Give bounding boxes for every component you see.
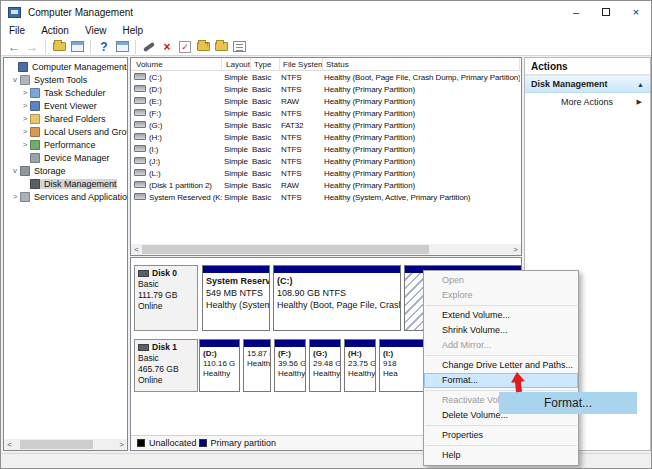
table-cell: Simple	[224, 108, 251, 120]
partition-name: (D:)	[203, 349, 236, 359]
table-cell: Healthy (Primary Partition)	[324, 156, 520, 168]
delete-icon[interactable]: ×	[158, 39, 176, 55]
actions-group-disk-management[interactable]: Disk Management ▲	[525, 75, 650, 93]
menu-item-format[interactable]: Format...	[424, 373, 578, 388]
table-cell: NTFS	[281, 144, 323, 156]
tree-h-scrollbar[interactable]: <>	[4, 439, 127, 450]
tree-expander-icon[interactable]: v	[10, 166, 20, 175]
tree-item-label: Computer Management (Local	[32, 62, 127, 72]
volume-h-scrollbar[interactable]: <>	[131, 244, 521, 255]
scroll-thumb[interactable]	[20, 440, 93, 449]
scroll-left-arrow-icon[interactable]: <	[131, 244, 142, 255]
menu-item-change-drive-letter-and-paths[interactable]: Change Drive Letter and Paths...	[424, 358, 578, 373]
scroll-right-arrow-icon[interactable]: >	[116, 439, 127, 450]
volume-icon	[134, 97, 146, 104]
table-row[interactable]: (C:)SimpleBasicNTFSHealthy (Boot, Page F…	[131, 72, 521, 84]
tree-item-performance[interactable]: >Performance	[4, 138, 127, 151]
column-header-file-system[interactable]: File System	[281, 58, 323, 71]
partition-c[interactable]: (C:)108.90 GB NTFSHealthy (Boot, Page Fi…	[273, 265, 401, 331]
tree-expander-icon[interactable]: >	[20, 140, 30, 149]
table-row[interactable]: (G:)SimpleBasicFAT32Healthy (Primary Par…	[131, 120, 521, 132]
close-button[interactable]: ×	[621, 1, 651, 23]
column-header-layout[interactable]: Layout	[224, 58, 251, 71]
console-tree-icon[interactable]	[68, 39, 86, 55]
table-cell: Simple	[224, 132, 251, 144]
menubar-item-file[interactable]: File	[1, 25, 33, 36]
menu-item-extend-volume[interactable]: Extend Volume...	[424, 308, 578, 323]
tool-icon[interactable]	[140, 39, 158, 55]
table-row[interactable]: System Reserved (K:)SimpleBasicNTFSHealt…	[131, 192, 521, 204]
tree-item-system-tools[interactable]: vSystem Tools	[4, 73, 127, 86]
table-row[interactable]: (E:)SimpleBasicRAWHealthy (Primary Parti…	[131, 96, 521, 108]
disk-0-label[interactable]: Disk 0Basic111.79 GBOnline	[134, 265, 198, 331]
tree-item-label: Disk Management	[44, 179, 117, 189]
back-icon[interactable]: ←	[5, 39, 23, 55]
table-row[interactable]: (I:)SimpleBasicNTFSHealthy (Primary Part…	[131, 144, 521, 156]
table-row[interactable]: (F:)SimpleBasicNTFSHealthy (Primary Part…	[131, 108, 521, 120]
table-cell: (J:)	[134, 156, 222, 168]
partition[interactable]: 15.87 (Health	[243, 339, 271, 392]
tree-item-disk-management[interactable]: Disk Management	[4, 177, 127, 190]
minimize-button[interactable]: –	[561, 1, 591, 23]
column-header-type[interactable]: Type	[252, 58, 280, 71]
disk-1-label[interactable]: Disk 1Basic465.76 GBOnline	[134, 339, 198, 392]
scroll-track[interactable]	[142, 245, 510, 254]
table-row[interactable]: (H:)SimpleBasicNTFSHealthy (Primary Part…	[131, 132, 521, 144]
scroll-left-arrow-icon[interactable]: <	[4, 439, 15, 450]
tree-expander-icon[interactable]: >	[10, 192, 20, 201]
scroll-track[interactable]	[15, 440, 116, 449]
tree-expander-icon[interactable]: >	[20, 114, 30, 123]
console-window-icon[interactable]	[113, 39, 131, 55]
maximize-button[interactable]	[591, 1, 621, 23]
legend-swatch-primary-partition	[199, 439, 207, 447]
tree-item-services-and-applications[interactable]: >Services and Applications	[4, 190, 127, 203]
column-header-volume[interactable]: Volume	[134, 58, 222, 71]
table-row[interactable]: (Disk 1 partition 2)SimpleBasicRAWHealth…	[131, 180, 521, 192]
partition-f[interactable]: (F:)39.56 GHealthy	[274, 339, 306, 392]
partition-size: 29.48 G	[313, 359, 337, 369]
table-cell: (D:)	[134, 84, 222, 96]
partition-systemreserve[interactable]: System Reserve549 MB NTFSHealthy (System…	[202, 265, 270, 331]
tree-item-shared-folders[interactable]: >Shared Folders	[4, 112, 127, 125]
more-actions-item[interactable]: More Actions ▶	[525, 93, 650, 110]
mount-folder-icon[interactable]	[194, 39, 212, 55]
properties-icon[interactable]	[176, 39, 194, 55]
tree-expander-icon[interactable]: v	[10, 75, 20, 84]
up-folder-icon[interactable]	[50, 39, 68, 55]
tree-item-device-manager[interactable]: Device Manager	[4, 151, 127, 164]
tree-expander-icon[interactable]: >	[20, 127, 30, 136]
table-cell: Basic	[252, 84, 280, 96]
help-icon[interactable]: ?	[95, 39, 113, 55]
table-row[interactable]: (D:)SimpleBasicNTFSHealthy (Primary Part…	[131, 84, 521, 96]
edit-folder-icon[interactable]	[212, 39, 230, 55]
column-header-status[interactable]: Status	[324, 58, 520, 71]
tree-item-computer-management-local[interactable]: Computer Management (Local	[4, 60, 127, 73]
tree-expander-icon[interactable]: >	[20, 88, 30, 97]
table-row[interactable]: (J:)SimpleBasicNTFSHealthy (Primary Part…	[131, 156, 521, 168]
menu-item-help[interactable]: Help	[424, 448, 578, 463]
menubar-item-help[interactable]: Help	[114, 25, 151, 36]
details-view-icon[interactable]	[230, 39, 248, 55]
scroll-right-arrow-icon[interactable]: >	[510, 244, 521, 255]
menubar-item-action[interactable]: Action	[33, 25, 77, 36]
menu-item-shrink-volume[interactable]: Shrink Volume...	[424, 323, 578, 338]
scroll-thumb[interactable]	[142, 245, 429, 254]
partition-g[interactable]: (G:)29.48 GHealthy	[309, 339, 341, 392]
menu-item-properties[interactable]: Properties	[424, 428, 578, 443]
tree-item-event-viewer[interactable]: >Event Viewer	[4, 99, 127, 112]
services-icon	[20, 192, 30, 202]
table-row[interactable]: (L:)SimpleBasicNTFSHealthy (Primary Part…	[131, 168, 521, 180]
tree-item-storage[interactable]: vStorage	[4, 164, 127, 177]
forward-icon[interactable]: →	[23, 39, 41, 55]
primary-partition-strip	[345, 340, 375, 347]
menubar-item-view[interactable]: View	[77, 25, 115, 36]
tree-item-task-scheduler[interactable]: >Task Scheduler	[4, 86, 127, 99]
legend-swatch-unallocated	[137, 439, 145, 447]
collapse-chevron-icon[interactable]: ▲	[637, 81, 644, 88]
tree-item-local-users-and-groups[interactable]: >Local Users and Groups	[4, 125, 127, 138]
tree-expander-icon[interactable]: >	[20, 101, 30, 110]
table-cell: NTFS	[281, 192, 323, 204]
window-title: Computer Management	[28, 7, 133, 18]
partition-h[interactable]: (H:)23.75 GHealthy	[344, 339, 376, 392]
partition-d[interactable]: (D:)110.16 GHealthy	[199, 339, 240, 392]
